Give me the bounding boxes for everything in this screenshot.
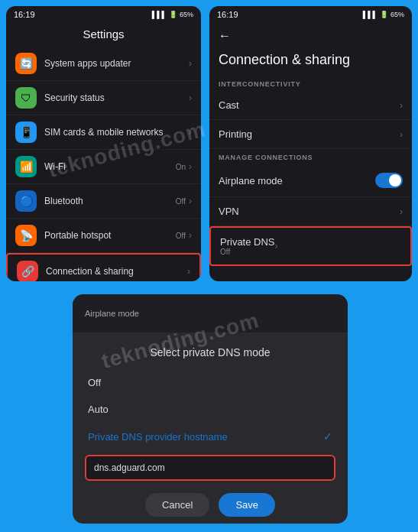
right-time: 16:19 [217,10,238,19]
security-label: Security status [44,92,189,103]
right-battery-percent: 65% [390,11,404,18]
hotspot-icon: 📡 [15,225,37,246]
sidebar-item-system-apps[interactable]: 🔄 System apps updater › [6,47,201,81]
signal-icon: ▌▌▌ [152,11,167,18]
connection-label: Connection & sharing [46,266,187,277]
private-dns-subtext: Off [220,248,275,256]
private-dns-item[interactable]: Private DNS Off › [209,226,412,266]
printing-label: Printing [219,128,400,140]
cast-chevron: › [400,100,403,111]
printing-item[interactable]: Printing › [209,120,412,149]
sidebar-item-bluetooth[interactable]: 🔵 Bluetooth Off › [6,184,201,219]
sidebar-item-hotspot[interactable]: 📡 Portable hotspot Off › [6,219,201,253]
sidebar-item-security[interactable]: 🛡 Security status › [6,81,201,115]
airplane-mode-item[interactable]: Airplane mode [209,164,412,197]
right-signal-icon: ▌▌▌ [363,11,377,18]
right-panel: 16:19 ▌▌▌ 🔋 65% ← Connection & sharing I… [209,6,412,281]
overlay-label: Airplane mode [85,309,139,318]
left-panel: 16:19 ▌▌▌ 🔋 65% Settings 🔄 System apps u… [6,6,201,281]
chevron-icon-1: › [189,92,192,103]
private-dns-chevron: › [275,241,278,251]
section-label-interconnect: INTERCONNECTIVITY [209,76,412,91]
settings-title: Settings [6,23,201,47]
section-label-manage: MANAGE CONNECTIONS [209,149,412,164]
save-button[interactable]: Save [219,493,275,517]
dns-option-hostname[interactable]: Private DNS provider hostname [73,423,348,450]
page-title: Connection & sharing [209,49,412,76]
left-status-bar: 16:19 ▌▌▌ 🔋 65% [6,6,201,23]
right-status-icons: ▌▌▌ 🔋 65% [363,11,404,18]
printing-chevron: › [400,129,403,140]
system-apps-label: System apps updater [44,58,189,69]
cast-label: Cast [219,99,400,111]
dns-option-off[interactable]: Off [73,369,348,396]
dialog-title: Select private DNS mode [73,332,348,369]
sidebar-item-wifi[interactable]: 📶 Wi-Fi On › [6,150,201,184]
battery-percent: 65% [180,11,193,18]
vpn-item[interactable]: VPN › [209,197,412,226]
cast-item[interactable]: Cast › [209,91,412,120]
right-battery-icon: 🔋 [380,11,388,18]
dns-hostname-input[interactable] [85,455,335,481]
chevron-icon-6: › [187,266,190,277]
airplane-label: Airplane mode [219,175,375,187]
wifi-value: On [176,163,186,171]
wifi-label: Wi-Fi [44,161,176,172]
security-icon: 🛡 [15,87,37,109]
dns-option-auto[interactable]: Auto [73,396,348,423]
sidebar-item-connection[interactable]: 🔗 Connection & sharing › [6,253,201,281]
left-time: 16:19 [14,10,35,19]
vpn-chevron: › [400,206,403,217]
dialog-overlay: Airplane mode [73,294,348,332]
airplane-toggle[interactable] [375,173,403,188]
bluetooth-value: Off [176,197,186,206]
left-status-icons: ▌▌▌ 🔋 65% [152,11,193,18]
chevron-icon-5: › [189,230,192,241]
cancel-button[interactable]: Cancel [145,493,209,517]
sim-icon: 📱 [15,122,37,143]
chevron-icon-0: › [189,58,192,69]
bottom-dialog: Airplane mode Select private DNS mode Of… [73,294,348,524]
bluetooth-icon: 🔵 [15,190,37,212]
hotspot-label: Portable hotspot [44,230,176,241]
right-status-bar: 16:19 ▌▌▌ 🔋 65% [209,6,412,23]
bluetooth-label: Bluetooth [44,196,176,206]
vpn-label: VPN [219,206,400,217]
chevron-icon-3: › [189,161,192,172]
chevron-icon-2: › [189,127,192,138]
sim-label: SIM cards & mobile networks [44,127,189,138]
chevron-icon-4: › [189,196,192,206]
dialog-actions: Cancel Save [73,485,348,524]
battery-icon: 🔋 [169,11,177,18]
back-button[interactable]: ← [209,23,412,49]
hotspot-value: Off [176,232,186,240]
connection-icon: 🔗 [17,261,38,281]
wifi-icon: 📶 [15,156,37,177]
sidebar-item-sim[interactable]: 📱 SIM cards & mobile networks › [6,115,201,150]
private-dns-label: Private DNS [220,236,275,248]
system-apps-icon: 🔄 [15,53,37,74]
